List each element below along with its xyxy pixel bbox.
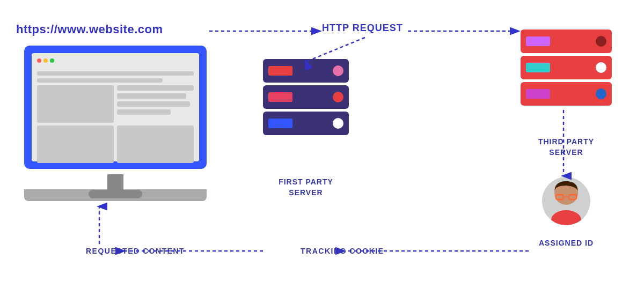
rack-unit-3 (263, 112, 349, 135)
arrow-http-to-first (306, 38, 365, 62)
monitor-inner (32, 53, 199, 161)
rack-unit-t1 (521, 29, 612, 53)
rack-bar-t3 (526, 89, 550, 99)
rack-unit-t2 (521, 56, 612, 79)
content-block-2 (37, 125, 114, 163)
block-line-4 (117, 109, 171, 115)
rack-circle-2 (333, 92, 343, 102)
rack-circle-t1 (596, 36, 606, 47)
rack-unit-1 (263, 59, 349, 83)
rack-bar-t2 (526, 63, 550, 72)
rack-circle-1 (333, 65, 343, 76)
rack-circle-3 (333, 118, 343, 129)
third-party-label: THIRD PARTY SERVER (521, 137, 612, 158)
block-line-2 (117, 93, 186, 99)
rack-unit-2 (263, 85, 349, 109)
browser-bar (37, 58, 194, 63)
svg-point-4 (551, 210, 581, 225)
first-party-server (263, 59, 349, 135)
rack-bar-1 (268, 66, 292, 76)
http-request-label: HTTP REQUEST (322, 23, 403, 34)
person-background (542, 177, 590, 225)
tracking-cookie-label: TRACKING COOKIE (301, 247, 384, 255)
content-block-3 (117, 125, 194, 163)
diagram-container: https://www.website.com HTTP REQUEST (0, 0, 644, 281)
rack-bar-2 (268, 92, 292, 102)
content-line-1 (37, 71, 194, 76)
browser-content (37, 71, 194, 163)
block-line-1 (117, 85, 194, 91)
rack-circle-t2 (596, 62, 606, 73)
server-rack-third (521, 29, 612, 106)
rack-circle-t3 (596, 88, 606, 99)
monitor-base (107, 174, 123, 190)
third-party-server (521, 29, 612, 106)
content-block-right (117, 85, 194, 123)
person-svg (542, 177, 590, 225)
server-rack-first (263, 59, 349, 135)
content-block-left (37, 85, 114, 123)
person-avatar (542, 177, 590, 225)
requested-content-label: REQUESTED CONTENT (86, 247, 185, 255)
rack-bar-3 (268, 119, 292, 128)
block-line-3 (117, 101, 190, 107)
url-label: https://www.website.com (16, 23, 163, 36)
rack-unit-t3 (521, 82, 612, 106)
assigned-id-label: ASSIGNED ID (521, 239, 612, 247)
monitor-illustration (16, 46, 215, 201)
dot-yellow (43, 58, 48, 63)
dot-green (50, 58, 54, 63)
content-blocks (37, 85, 194, 123)
content-line-2 (37, 78, 163, 83)
dot-red (37, 58, 41, 63)
content-blocks-2 (37, 125, 194, 163)
monitor-foot (89, 190, 142, 198)
first-party-label: FIRST PARTY SERVER (263, 177, 349, 198)
rack-bar-t1 (526, 36, 550, 46)
monitor-screen (24, 46, 207, 169)
